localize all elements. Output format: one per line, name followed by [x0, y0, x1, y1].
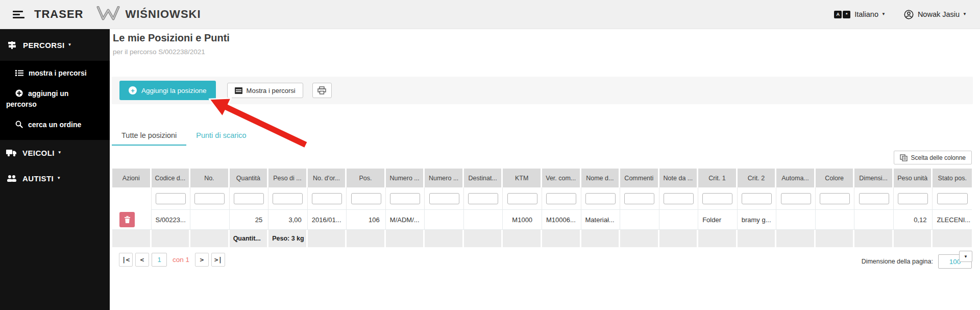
summary-cell [620, 230, 659, 247]
column-header[interactable]: Numero ... [386, 169, 425, 187]
sidebar-item-cerca-un-ordine[interactable]: cerca un ordine [0, 114, 110, 135]
column-header[interactable]: No. d'or... [308, 169, 347, 187]
filter-cell [581, 187, 621, 209]
column-filter-input[interactable] [898, 193, 928, 204]
column-header[interactable]: Azioni [112, 169, 152, 187]
filter-cell [308, 187, 347, 209]
column-filter-input[interactable] [194, 193, 225, 204]
table-cell: S/00223... [152, 209, 191, 230]
column-header[interactable]: Nome d... [581, 169, 621, 187]
column-header[interactable]: Peso unità [894, 169, 933, 187]
language-selector[interactable]: A* Italiano ▼ [834, 10, 886, 18]
summary-cell [776, 230, 816, 247]
column-filter-input[interactable] [702, 193, 732, 204]
grid-filter-row [112, 187, 972, 209]
page-size-select[interactable]: 100 ▼ [938, 254, 972, 269]
sidebar-item-mostra-i-percorsi[interactable]: mostra i percorsi [0, 63, 110, 83]
language-label: Italiano [854, 10, 878, 18]
summary-cell [738, 230, 777, 247]
column-filter-input[interactable] [507, 193, 537, 204]
print-button[interactable] [312, 83, 332, 98]
delete-row-button[interactable] [119, 212, 135, 227]
table-cell [620, 209, 659, 230]
filter-cell [816, 187, 855, 209]
column-header[interactable]: Quantità [230, 169, 269, 187]
pager-last-button[interactable]: >| [211, 253, 225, 267]
tab-tutte-le-posizioni[interactable]: Tutte le posizioni [112, 127, 186, 146]
column-header[interactable]: Ver. com... [542, 169, 581, 187]
summary-cell [581, 230, 621, 247]
sidebar-item-aggiungi-un-percorso[interactable]: aggiungi un percorso [0, 83, 77, 114]
sidebar-item-autisti[interactable]: AUTISTI ▼ [0, 165, 110, 191]
filter-cell [894, 187, 933, 209]
plus-circle-icon [15, 89, 23, 97]
column-header[interactable]: Destinat... [464, 169, 503, 187]
column-filter-input[interactable] [820, 193, 850, 204]
filter-cell [503, 187, 542, 209]
column-filter-input[interactable] [859, 193, 889, 204]
tab-bar: Tutte le posizioni Punti di scarico [112, 127, 256, 146]
column-filter-input[interactable] [390, 193, 420, 204]
column-filter-input[interactable] [585, 193, 616, 204]
summary-cell [190, 230, 230, 247]
column-header[interactable]: Peso di ... [268, 169, 308, 187]
column-filter-input[interactable] [312, 193, 342, 204]
column-header[interactable]: Automa... [776, 169, 816, 187]
user-menu[interactable]: Nowak Jasiu ▼ [904, 10, 967, 19]
wisniowski-logo-icon [96, 6, 120, 22]
column-filter-input[interactable] [664, 193, 694, 204]
pager-next-button[interactable]: > [195, 253, 209, 267]
column-header[interactable]: Commenti [620, 169, 659, 187]
table-cell [464, 209, 503, 230]
show-routes-button[interactable]: Mostra i percorsi [227, 83, 303, 98]
column-header[interactable]: Dimensi... [854, 169, 894, 187]
column-filter-input[interactable] [234, 193, 264, 204]
column-header[interactable]: Codice d... [152, 169, 191, 187]
pager-first-button[interactable]: |< [119, 253, 133, 267]
column-filter-input[interactable] [546, 193, 576, 204]
table-cell [816, 209, 855, 230]
column-filter-input[interactable] [624, 193, 654, 204]
column-chooser-button[interactable]: Scelta delle colonne [894, 151, 972, 164]
column-filter-input[interactable] [781, 193, 811, 204]
grid-summary-row: Quantit...Peso: 3 kg [112, 230, 972, 247]
filter-cell [190, 187, 230, 209]
column-header[interactable]: Crit. 2 [738, 169, 777, 187]
summary-cell [347, 230, 386, 247]
column-header[interactable]: No. [190, 169, 230, 187]
filter-cell [776, 187, 816, 209]
sidebar-item-percorsi[interactable]: PERCORSI ▼ [0, 29, 110, 61]
column-header[interactable]: Note da ... [659, 169, 699, 187]
sidebar-item-veicoli[interactable]: VEICOLI ▼ [0, 140, 110, 165]
column-filter-input[interactable] [273, 193, 303, 204]
translate-icon: A* [834, 11, 850, 18]
tab-punti-di-scarico[interactable]: Punti di scarico [186, 127, 256, 146]
table-cell [112, 209, 152, 230]
column-filter-input[interactable] [742, 193, 772, 204]
grid-data-row: S/00223...253,002016/01...106M/ADM/...M1… [112, 209, 972, 230]
list-icon [15, 69, 23, 77]
filter-cell [933, 187, 972, 209]
summary-cell [659, 230, 699, 247]
chevron-down-icon: ▼ [57, 176, 61, 180]
data-grid: AzioniCodice d...No.QuantitàPeso di ...N… [112, 169, 972, 247]
column-filter-input[interactable] [468, 193, 498, 204]
column-filter-input[interactable] [429, 193, 459, 204]
summary-cell [894, 230, 933, 247]
pager-current-page[interactable]: 1 [152, 253, 167, 267]
printer-icon [317, 86, 326, 94]
column-header[interactable]: Colore [816, 169, 855, 187]
pager-prev-button[interactable]: < [135, 253, 149, 267]
column-header[interactable]: Crit. 1 [698, 169, 738, 187]
column-header[interactable]: Pos. [347, 169, 386, 187]
signpost-icon [7, 41, 17, 50]
add-position-button[interactable]: + Aggiungi la posizione [119, 81, 216, 100]
column-filter-input[interactable] [937, 193, 968, 204]
sidebar-item-label: VEICOLI [22, 149, 55, 157]
column-filter-input[interactable] [156, 193, 186, 204]
column-filter-input[interactable] [351, 193, 381, 204]
hamburger-menu-icon[interactable] [13, 9, 25, 20]
column-header[interactable]: Numero ... [425, 169, 464, 187]
column-header[interactable]: Stato pos. [933, 169, 972, 187]
column-header[interactable]: KTM [503, 169, 542, 187]
